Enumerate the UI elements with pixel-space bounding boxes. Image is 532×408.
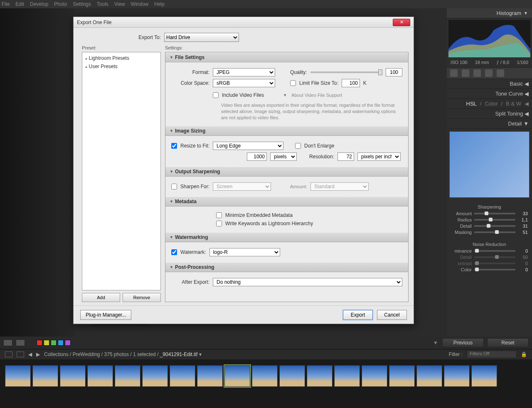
nav-back-icon[interactable]: ◀ bbox=[28, 351, 32, 357]
minimize-meta-check[interactable] bbox=[216, 212, 222, 218]
slider-track[interactable] bbox=[474, 225, 515, 227]
crop-tool-icon[interactable] bbox=[450, 69, 458, 77]
reset-button[interactable]: Reset bbox=[487, 338, 529, 347]
slider-track[interactable] bbox=[474, 250, 515, 252]
menu-settings[interactable]: Settings bbox=[73, 1, 91, 7]
menu-file[interactable]: File bbox=[2, 1, 10, 7]
color-label-chip[interactable] bbox=[37, 340, 42, 346]
menu-help[interactable]: Help bbox=[154, 1, 165, 7]
menu-develop[interactable]: Develop bbox=[30, 1, 48, 7]
filmstrip-thumb[interactable] bbox=[279, 365, 305, 387]
view-compare-icon[interactable] bbox=[16, 339, 25, 346]
histogram[interactable] bbox=[448, 20, 530, 57]
slider-row[interactable]: Color0 bbox=[451, 267, 528, 272]
cancel-button[interactable]: Cancel bbox=[377, 310, 407, 320]
tab-color[interactable]: Color bbox=[485, 101, 498, 107]
remove-preset-button[interactable]: Remove bbox=[123, 293, 161, 302]
tab-hsl[interactable]: HSL bbox=[466, 101, 477, 107]
sharpen-check[interactable] bbox=[171, 184, 177, 189]
gradient-tool-icon[interactable] bbox=[485, 69, 493, 77]
filmstrip-thumb[interactable] bbox=[307, 365, 332, 387]
filmstrip-thumb[interactable] bbox=[87, 365, 113, 387]
export-to-select[interactable]: Hard Drive bbox=[164, 33, 239, 42]
slider-row[interactable]: Detail31 bbox=[451, 224, 528, 229]
colorspace-select[interactable]: sRGB bbox=[213, 79, 275, 87]
add-preset-button[interactable]: Add bbox=[82, 293, 120, 302]
filmstrip-thumb[interactable] bbox=[362, 365, 387, 387]
watermark-select[interactable]: logo-R bbox=[209, 248, 280, 256]
sharpen-amount-select[interactable]: Standard bbox=[310, 182, 369, 191]
dont-enlarge-check[interactable] bbox=[295, 143, 301, 149]
slider-row[interactable]: minance0 bbox=[451, 248, 528, 253]
export-button[interactable]: Export bbox=[343, 310, 373, 320]
filmstrip-thumb[interactable] bbox=[252, 365, 278, 387]
redeye-tool-icon[interactable] bbox=[473, 69, 481, 77]
section-watermarking[interactable]: Watermarking bbox=[165, 232, 408, 242]
filmstrip-thumb[interactable] bbox=[32, 365, 58, 387]
preset-user[interactable]: User Presets bbox=[82, 62, 160, 71]
include-video-check[interactable] bbox=[213, 92, 219, 98]
slider-track[interactable] bbox=[474, 263, 515, 264]
tab-bw[interactable]: B & W bbox=[506, 101, 521, 107]
detail-thumbnail[interactable] bbox=[449, 131, 530, 198]
menu-edit[interactable]: Edit bbox=[15, 1, 24, 7]
section-file-settings[interactable]: File Settings bbox=[165, 52, 408, 62]
slider-track[interactable] bbox=[474, 219, 515, 221]
preset-list[interactable]: Lightroom Presets User Presets bbox=[82, 52, 161, 290]
size-unit-select[interactable]: pixels bbox=[270, 152, 297, 161]
basic-header[interactable]: Basic ◀ bbox=[447, 79, 532, 89]
resize-check[interactable] bbox=[171, 143, 177, 149]
format-select[interactable]: JPEG bbox=[213, 68, 275, 76]
filmstrip-thumb[interactable] bbox=[60, 365, 86, 387]
lock-icon[interactable]: 🔒 bbox=[521, 351, 527, 357]
sharpen-select[interactable]: Screen bbox=[213, 182, 271, 191]
brush-tool-icon[interactable] bbox=[497, 69, 504, 77]
filmstrip-thumb[interactable] bbox=[471, 365, 497, 387]
nav-fwd-icon[interactable]: ▶ bbox=[36, 351, 40, 357]
section-postprocessing[interactable]: Post-Processing bbox=[165, 262, 408, 272]
section-image-sizing[interactable]: Image Sizing bbox=[165, 126, 408, 136]
slider-row[interactable]: Radius1,1 bbox=[451, 217, 528, 222]
filmstrip-thumb[interactable] bbox=[444, 365, 470, 387]
filmstrip-thumb[interactable] bbox=[416, 365, 442, 387]
tonecurve-header[interactable]: Tone Curve ◀ bbox=[447, 89, 532, 99]
previous-button[interactable]: Previous bbox=[442, 338, 484, 347]
slider-row[interactable]: Masking51 bbox=[451, 230, 528, 235]
filmstrip-thumb[interactable] bbox=[170, 365, 195, 387]
grid-view2-icon[interactable] bbox=[17, 351, 24, 357]
filmstrip-thumb[interactable] bbox=[5, 365, 31, 387]
slider-track[interactable] bbox=[474, 256, 515, 258]
keywords-check[interactable] bbox=[216, 221, 222, 226]
hsl-header[interactable]: HSL/ Color/ B & W ◀ bbox=[447, 99, 532, 109]
splittoning-header[interactable]: Split Toning ◀ bbox=[447, 109, 532, 119]
quality-input[interactable] bbox=[386, 68, 402, 76]
filmstrip-thumb[interactable] bbox=[142, 365, 168, 387]
settings-scroll[interactable]: File Settings Format: JPEG Quality: Colo… bbox=[165, 52, 409, 302]
watermark-check[interactable] bbox=[171, 249, 177, 255]
close-button[interactable]: ✕ bbox=[393, 19, 410, 26]
preset-lightroom[interactable]: Lightroom Presets bbox=[82, 54, 160, 62]
menu-photo[interactable]: Photo bbox=[54, 1, 67, 7]
resolution-unit-select[interactable]: pixels per inch bbox=[357, 152, 401, 161]
quality-slider[interactable] bbox=[310, 71, 382, 73]
breadcrumb[interactable]: Collections / PreWedding / 375 photos / … bbox=[44, 351, 202, 357]
slider-row[interactable]: Amount33 bbox=[451, 211, 528, 216]
filter-select[interactable]: Filters Off bbox=[467, 351, 517, 358]
resolution-input[interactable] bbox=[337, 152, 354, 161]
slider-track[interactable] bbox=[474, 231, 515, 233]
resize-select[interactable]: Long Edge bbox=[213, 142, 283, 150]
plugin-manager-button[interactable]: Plug-in Manager... bbox=[80, 310, 131, 320]
after-export-select[interactable]: Do nothing bbox=[213, 278, 402, 286]
view-loupe-icon[interactable] bbox=[3, 339, 12, 346]
disclosure-icon[interactable]: ▼ bbox=[283, 93, 287, 97]
slider-track[interactable] bbox=[474, 269, 515, 270]
detail-header[interactable]: Detail ▼ bbox=[447, 119, 532, 129]
filmstrip-thumb[interactable] bbox=[389, 365, 415, 387]
slider-row[interactable]: Detail50 bbox=[451, 255, 528, 260]
slider-row[interactable]: ontrast0 bbox=[451, 261, 528, 266]
filmstrip-thumb[interactable] bbox=[197, 365, 223, 387]
filmstrip[interactable] bbox=[0, 359, 532, 393]
histogram-header[interactable]: Histogram▼ bbox=[447, 8, 532, 18]
color-label-chip[interactable] bbox=[58, 340, 64, 346]
slider-track[interactable] bbox=[474, 213, 515, 214]
